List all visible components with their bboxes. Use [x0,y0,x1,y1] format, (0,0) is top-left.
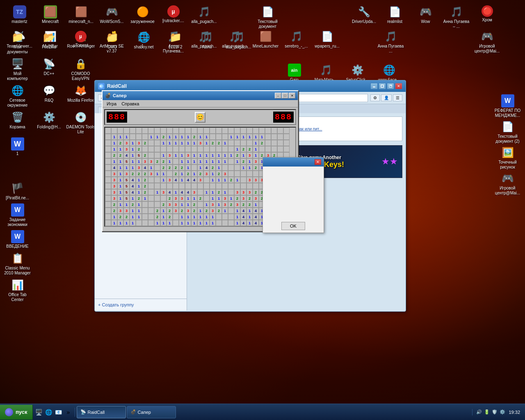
rc-menu-button[interactable]: ☰ [393,94,402,101]
mine-cell[interactable]: 2 [173,171,179,177]
mine-cell[interactable]: 1 [203,152,210,158]
mine-cell[interactable] [283,128,290,134]
mine-cell[interactable] [142,214,148,220]
mine-cell[interactable]: 4 [111,164,117,171]
mine-cell[interactable] [173,158,179,164]
mine-cell[interactable] [154,146,160,152]
desktop-icon-cmo[interactable]: 📁 CMO [97,31,128,55]
desktop-icon-officetab[interactable]: 📊 Office Tab Center [2,278,33,302]
mine-cell[interactable] [283,134,290,140]
show-desktop-button[interactable]: 🖥️ [34,408,43,417]
mine-cell[interactable] [148,214,154,220]
mine-cell[interactable] [228,140,234,146]
mine-cell[interactable]: 2 [228,201,234,208]
mine-cell[interactable]: 1 [130,164,136,171]
mine-cell[interactable]: 1 [117,183,123,189]
mine-cell[interactable] [185,146,191,152]
desktop-icon-1111f2[interactable]: 📁 1111F2 [160,31,191,55]
mine-cell[interactable]: 1 [130,152,136,158]
mine-cell[interactable] [167,128,173,134]
mine-cell[interactable] [216,146,222,152]
mine-cell[interactable] [148,177,154,183]
mine-cell[interactable]: 2 [123,214,130,220]
mine-cell[interactable]: 2 [167,214,173,220]
restore-button[interactable] [379,83,386,89]
mine-cell[interactable]: 1 [179,214,185,220]
mine-cell[interactable]: 3 [111,195,117,201]
desktop-icon-network[interactable]: 🌐 Сетевое окружение [2,84,33,108]
mine-cell[interactable]: 3 [136,140,142,146]
mine-cell[interactable]: 4 [240,214,247,220]
mine-cell[interactable]: 2 [203,208,210,214]
email-quick-icon[interactable]: 📧 [54,408,63,417]
mine-cell[interactable] [197,146,203,152]
mine-cell[interactable]: 1 [136,183,142,189]
mine-cell[interactable] [105,201,111,208]
desktop-icon-mydocs[interactable]: 📁 Мои документы [2,31,33,55]
mine-cell[interactable] [203,195,210,201]
mine-cell[interactable] [277,140,283,146]
mine-cell[interactable] [105,128,111,134]
mine-cell[interactable]: 1 [247,158,253,164]
mine-cell[interactable] [160,183,167,189]
mine-cell[interactable]: 1 [160,171,167,177]
start-button[interactable]: пуск [0,405,33,420]
mine-cell[interactable] [160,146,167,152]
mine-cell[interactable]: 1 [197,220,203,226]
mine-cell[interactable]: 1 [117,164,123,171]
desktop-icon-textdoc2[interactable]: 📄 Текстовый документ (2) [492,120,523,144]
mine-cell[interactable]: 2 [160,134,167,140]
mine-cell[interactable]: 2 [167,208,173,214]
desktop-icon-folding[interactable]: ⚙️ Folding@H... [34,111,64,135]
dialog-close-button[interactable]: ✕ [315,159,321,165]
mine-cell[interactable]: 2 [216,140,222,146]
mine-cell[interactable]: 1 [136,189,142,195]
mine-cell[interactable]: 3 [117,208,123,214]
menu-game[interactable]: Игра [104,101,119,107]
mine-cell[interactable]: 1 [216,201,222,208]
mine-cell[interactable]: 2 [173,164,179,171]
mine-cell[interactable] [265,128,271,134]
mine-cell[interactable]: 1 [130,140,136,146]
mine-cell[interactable] [228,158,234,164]
mine-cell[interactable]: 2 [142,152,148,158]
mine-cell[interactable]: 1 [173,152,179,158]
mine-cell[interactable]: 2 [167,164,173,171]
maximize-button[interactable] [387,83,394,89]
mine-cell[interactable] [105,134,111,140]
mine-cell[interactable]: 3 [179,195,185,201]
mine-cell[interactable]: 1 [210,195,216,201]
mine-cell[interactable]: 1 [111,146,117,152]
mine-cell[interactable] [228,189,234,195]
mine-cell[interactable] [173,214,179,220]
mine-cell[interactable]: 2 [160,164,167,171]
desktop-icon[interactable]: 🟠 загруженное [127,5,158,29]
mine-cell[interactable]: 2 [247,195,253,201]
mine-cell[interactable]: 1 [160,214,167,220]
mine-cell[interactable] [222,134,228,140]
mine-cell[interactable] [222,183,228,189]
mine-cell[interactable]: 1 [154,171,160,177]
mine-cell[interactable] [105,189,111,195]
mine-cell[interactable]: 1 [203,158,210,164]
mine-cell[interactable] [167,146,173,152]
mine-cell[interactable] [197,128,203,134]
mine-cell[interactable] [247,140,253,146]
mine-cell[interactable]: 2 [160,158,167,164]
mine-cell[interactable]: 1 [203,201,210,208]
taskbar-minesweeper-button[interactable]: 💣 Сапер [127,406,176,418]
mine-cell[interactable]: 1 [210,171,216,177]
mine-cell[interactable]: 1 [191,220,197,226]
mine-cell[interactable]: 2 [117,140,123,146]
mine-cell[interactable]: 3 [222,171,228,177]
mine-cell[interactable]: 2 [130,171,136,177]
mine-cell[interactable]: 1 [203,189,210,195]
mine-cell[interactable] [105,177,111,183]
mine-cell[interactable] [148,195,154,201]
mine-cell[interactable] [247,171,253,177]
mine-cell[interactable]: 1 [130,158,136,164]
mine-cell[interactable]: 2 [216,189,222,195]
mine-cell[interactable]: 3 [247,177,253,183]
tray-network-icon[interactable]: 🔊 [476,409,482,415]
mine-cell[interactable] [105,171,111,177]
